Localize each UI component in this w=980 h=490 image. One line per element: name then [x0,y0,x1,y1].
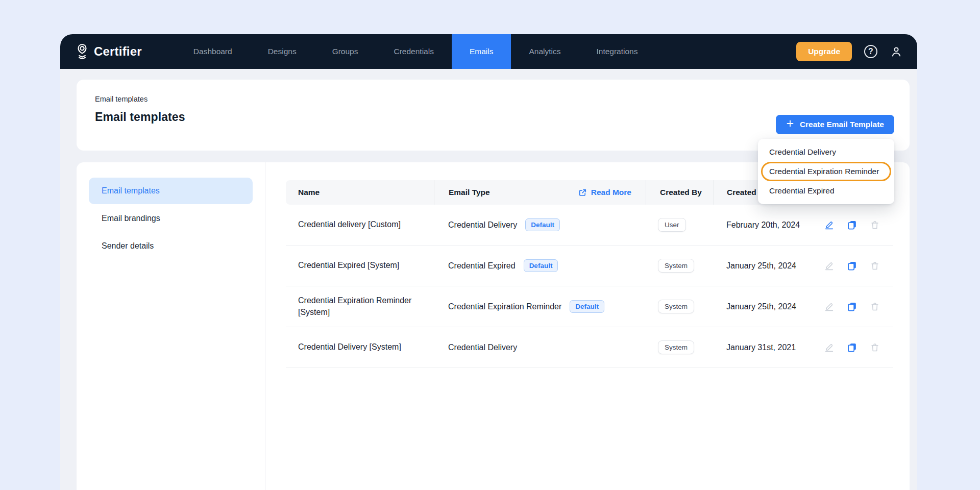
template-type-cell: Credential Delivery [434,343,646,352]
delete-icon[interactable] [870,220,880,230]
dropdown-item-credential-expiration-reminder[interactable]: Credential Expiration Reminder [763,163,890,180]
delete-icon[interactable] [870,342,880,353]
creator-badge: System [658,300,694,313]
template-type: Credential Delivery [448,343,517,352]
created-by-cell: System [646,300,714,313]
duplicate-icon[interactable] [847,301,857,312]
nav-item-credentials[interactable]: Credentials [376,34,452,69]
nav-item-emails[interactable]: Emails [452,34,511,69]
table-row: Credential Expired [System] Credential E… [286,246,893,286]
duplicate-icon[interactable] [847,342,857,353]
template-name: Credential Delivery [System] [286,341,434,353]
dropdown-item-credential-expired[interactable]: Credential Expired [758,182,894,200]
template-type: Credential Expired [448,261,516,271]
page-title: Email templates [95,110,891,124]
nav-item-dashboard[interactable]: Dashboard [176,34,250,69]
help-icon[interactable]: ? [864,45,877,58]
creator-badge: User [658,218,686,232]
creator-badge: System [658,340,694,354]
brand-name: Certifier [94,44,142,59]
templates-table: Name Email Type Read More [265,162,910,490]
created-on: February 20th, 2024 [714,220,798,230]
template-type-cell: Credential Delivery Default [434,218,646,231]
page-header-card: Email templates Email templates Create E… [77,80,910,151]
template-name: Credential Expiration Reminder [System] [286,295,434,318]
nav-item-analytics[interactable]: Analytics [511,34,578,69]
template-type: Credential Expiration Reminder [448,302,561,311]
template-type-cell: Credential Expired Default [434,259,646,272]
edit-icon[interactable] [824,219,835,230]
user-profile-icon[interactable] [890,45,903,58]
created-on: January 25th, 2024 [714,261,798,271]
dropdown-highlight-ring[interactable]: Credential Expiration Reminder [761,162,891,181]
sidebar-item-email-templates[interactable]: Email templates [89,178,253,204]
row-actions [798,301,893,312]
row-actions [798,219,893,230]
template-type: Credential Delivery [448,220,517,230]
column-header-name: Name [286,180,434,205]
main-nav: Dashboard Designs Groups Credentials Ema… [176,34,656,69]
table-row: Credential delivery [Custom] Credential … [286,205,893,246]
created-by-cell: User [646,218,714,232]
create-email-template-button[interactable]: Create Email Template [776,115,894,134]
upgrade-button[interactable]: Upgrade [796,42,852,61]
create-template-dropdown: Credential Delivery Credential Expiratio… [758,139,894,204]
sidebar-item-sender-details[interactable]: Sender details [89,233,253,259]
app-window: Certifier Dashboard Designs Groups Crede… [60,34,917,490]
plus-icon [786,119,794,130]
default-badge: Default [525,218,560,231]
edit-icon[interactable] [824,260,835,271]
template-name: Credential delivery [Custom] [286,219,434,230]
table-row: Credential Delivery [System] Credential … [286,327,893,368]
duplicate-icon[interactable] [847,219,857,230]
duplicate-icon[interactable] [847,260,857,271]
creator-badge: System [658,259,694,273]
delete-icon[interactable] [870,261,880,271]
edit-icon[interactable] [824,301,835,312]
created-by-cell: System [646,259,714,273]
external-link-icon [578,188,587,197]
row-actions [798,260,893,271]
brand-logo[interactable]: Certifier [76,34,142,69]
create-email-template-label: Create Email Template [800,120,884,129]
table-row: Credential Expiration Reminder [System] … [286,286,893,327]
nav-item-designs[interactable]: Designs [250,34,314,69]
default-badge: Default [524,259,558,272]
certifier-badge-icon [76,44,89,59]
nav-item-groups[interactable]: Groups [314,34,376,69]
column-header-created-by: Created By [646,180,714,205]
navbar-right-controls: Upgrade ? [796,34,903,69]
dropdown-item-credential-delivery[interactable]: Credential Delivery [758,143,894,161]
created-on: January 25th, 2024 [714,302,798,311]
nav-item-integrations[interactable]: Integrations [578,34,655,69]
delete-icon[interactable] [870,302,880,312]
read-more-label: Read More [591,188,631,197]
created-on: January 31st, 2021 [714,343,798,352]
read-more-link[interactable]: Read More [578,188,631,197]
template-name: Credential Expired [System] [286,260,434,271]
breadcrumb: Email templates [95,95,891,103]
edit-icon[interactable] [824,342,835,353]
default-badge: Default [570,300,604,313]
column-header-email-type: Email Type Read More [434,180,646,205]
email-type-header-label: Email Type [449,188,490,197]
template-type-cell: Credential Expiration Reminder Default [434,300,646,313]
top-navbar: Certifier Dashboard Designs Groups Crede… [60,34,917,69]
sidebar-item-email-brandings[interactable]: Email brandings [89,205,253,232]
row-actions [798,342,893,353]
created-by-cell: System [646,340,714,354]
settings-sidebar: Email templates Email brandings Sender d… [77,162,265,490]
email-templates-card: Email templates Email brandings Sender d… [77,162,910,490]
